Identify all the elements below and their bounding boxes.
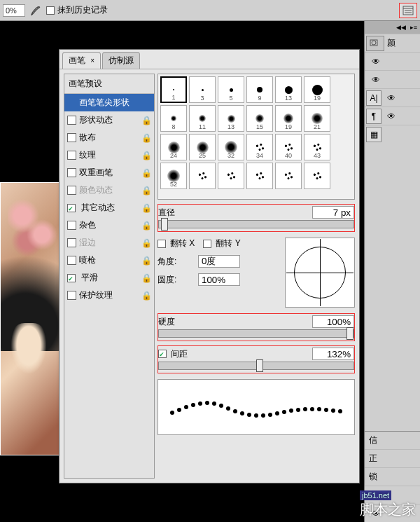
brush-tip[interactable]: 5	[218, 76, 244, 103]
sidebar-item-tip-shape[interactable]: 画笔笔尖形状	[64, 94, 154, 111]
svg-point-28	[324, 408, 328, 412]
svg-point-16	[240, 411, 244, 415]
sidebar-item-airbrush[interactable]: 喷枪🔒	[64, 252, 154, 269]
brush-tip[interactable]: 11	[189, 105, 216, 132]
svg-point-7	[177, 408, 181, 412]
spacing-label: 间距	[171, 348, 188, 360]
brush-tip[interactable]: 13	[218, 105, 244, 132]
brush-tip[interactable]: 21	[304, 105, 330, 132]
tab-clone-label: 仿制源	[108, 55, 134, 65]
brush-tip[interactable]: 3	[189, 76, 216, 103]
brush-tip[interactable]: 1	[160, 76, 187, 103]
diameter-field[interactable]	[312, 206, 354, 219]
brush-tip[interactable]: 25	[189, 134, 216, 160]
brush-tip[interactable]	[246, 163, 273, 189]
dock-menu-icon[interactable]: ▸≡	[410, 24, 417, 31]
blend-mode-label[interactable]: 正	[366, 451, 380, 466]
brush-tip[interactable]: 34	[246, 134, 273, 160]
brush-tip[interactable]: 13	[275, 76, 302, 103]
canvas-decoration	[8, 323, 50, 379]
svg-point-10	[198, 401, 202, 406]
character-panel-icon[interactable]: A|	[366, 90, 382, 106]
brush-tip[interactable]: 40	[275, 134, 302, 160]
svg-point-21	[275, 411, 279, 415]
spacing-field[interactable]	[312, 348, 354, 360]
diameter-label: 直径	[158, 207, 195, 219]
dock-color-panel[interactable]: 颜	[365, 34, 420, 52]
layers-panel-icon[interactable]: ▦	[366, 127, 382, 142]
right-dock: ◀◀ ▸≡ 颜 👁 👁 A|👁 ¶👁 ▦ 信 正 锁 👁 👁	[364, 21, 420, 522]
angle-field[interactable]	[198, 255, 240, 268]
eye-icon[interactable]: 👁	[369, 55, 383, 69]
brush-tip[interactable]	[218, 163, 244, 189]
eye-icon[interactable]: 👁	[369, 73, 383, 87]
brush-tip[interactable]	[275, 163, 302, 189]
eye-icon[interactable]: 👁	[384, 91, 398, 105]
flip-y-checkbox[interactable]	[203, 240, 211, 248]
spacing-slider[interactable]	[158, 362, 354, 370]
lock-label[interactable]: 锁	[366, 469, 380, 484]
dock-back-icon[interactable]: ◀◀	[396, 24, 406, 31]
brush-tip[interactable]: 8	[160, 105, 187, 132]
brush-tip[interactable]: 43	[304, 134, 330, 160]
brush-tip[interactable]	[304, 163, 330, 189]
sidebar-item-noise[interactable]: 杂色🔒	[64, 217, 154, 234]
brush-tip[interactable]: 19	[275, 105, 302, 132]
svg-point-13	[219, 404, 223, 408]
lock-icon: 🔒	[141, 186, 151, 195]
svg-point-8	[184, 405, 188, 409]
brush-tip-grid: 1 3 5 9 13 19 8 11 13 15 19 21 24	[158, 74, 355, 200]
brush-tip[interactable]	[189, 163, 216, 189]
watermark-url: jb51.net	[360, 490, 391, 500]
hardness-section: 硬度	[158, 313, 355, 341]
eye-icon[interactable]: 👁	[384, 109, 398, 123]
flip-x-checkbox[interactable]	[158, 240, 166, 248]
history-eraser-label: 抹到历史记录	[57, 4, 108, 16]
angle-preview[interactable]	[285, 238, 355, 308]
tab-clone-source[interactable]: 仿制源	[102, 52, 140, 69]
hardness-field[interactable]	[312, 315, 354, 328]
paragraph-panel-icon[interactable]: ¶	[366, 109, 382, 124]
hardness-slider[interactable]	[158, 329, 354, 338]
brush-settings-area: 1 3 5 9 13 19 8 11 13 15 19 21 24	[158, 74, 355, 479]
spacing-checkbox[interactable]	[158, 350, 167, 358]
svg-point-14	[226, 406, 230, 411]
brush-tip[interactable]: 52	[160, 163, 187, 189]
svg-point-11	[205, 401, 209, 405]
roundness-field[interactable]	[198, 273, 240, 286]
brush-tip[interactable]: 15	[246, 105, 273, 132]
sidebar-item-smoothing[interactable]: 平滑🔒	[64, 269, 154, 287]
svg-point-18	[254, 413, 258, 418]
sidebar-item-wet-edges[interactable]: 湿边🔒	[64, 234, 154, 252]
brush-tip[interactable]: 9	[246, 76, 273, 103]
opacity-field[interactable]	[3, 4, 25, 17]
brush-tip[interactable]: 19	[304, 76, 330, 103]
sidebar-item-color-dynamics[interactable]: 颜色动态🔒	[64, 181, 154, 199]
brush-tip[interactable]: 32	[218, 134, 244, 160]
panel-tab-info[interactable]: 信	[366, 433, 380, 448]
panel-tab-color[interactable]: 颜	[384, 36, 398, 50]
flip-y-label: 翻转 Y	[216, 238, 240, 249]
svg-point-5	[372, 41, 376, 45]
sidebar-item-dual-brush[interactable]: 双重画笔🔒	[64, 164, 154, 181]
brush-tip[interactable]: 24	[160, 134, 187, 160]
tab-brush[interactable]: 画笔 ×	[62, 52, 101, 69]
sidebar-item-protect-texture[interactable]: 保护纹理🔒	[64, 287, 154, 304]
diameter-section: 直径	[158, 204, 355, 232]
sidebar-item-scattering[interactable]: 散布🔒	[64, 129, 154, 146]
lock-icon: 🔒	[141, 238, 151, 248]
sidebar-item-shape-dynamics[interactable]: 形状动态🔒	[64, 111, 154, 129]
brush-tool-icon	[28, 3, 43, 18]
svg-point-30	[338, 409, 342, 413]
svg-point-15	[233, 409, 237, 413]
close-icon[interactable]: ×	[90, 57, 94, 64]
toggle-brushes-panel-button[interactable]	[399, 3, 417, 18]
history-eraser-checkbox[interactable]	[46, 6, 55, 15]
sidebar-item-other-dynamics[interactable]: 其它动态🔒	[64, 199, 154, 217]
lock-icon: 🔒	[141, 256, 151, 266]
brush-options-sidebar: 画笔预设 画笔笔尖形状 形状动态🔒 散布🔒 纹理🔒 双重画笔🔒 颜色动态🔒 其它…	[64, 74, 155, 479]
svg-point-25	[303, 407, 307, 411]
sidebar-item-presets[interactable]: 画笔预设	[64, 74, 154, 94]
sidebar-item-texture[interactable]: 纹理🔒	[64, 146, 154, 164]
diameter-slider[interactable]	[158, 220, 354, 228]
